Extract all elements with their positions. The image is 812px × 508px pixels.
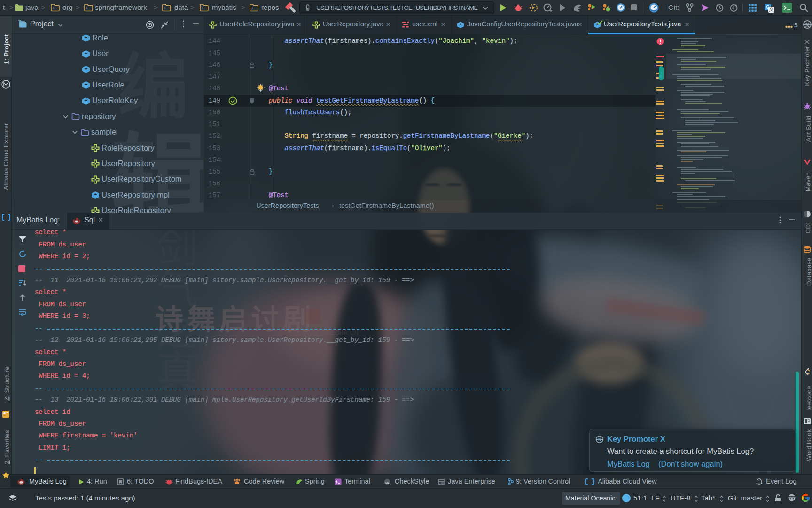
svg-text:EE: EE — [441, 482, 445, 484]
svg-text:文: 文 — [769, 7, 774, 12]
svg-text:X: X — [805, 21, 810, 28]
svg-text:X: X — [598, 437, 601, 442]
svg-text:cs: cs — [385, 480, 389, 484]
svg-text:7: 7 — [620, 7, 622, 10]
